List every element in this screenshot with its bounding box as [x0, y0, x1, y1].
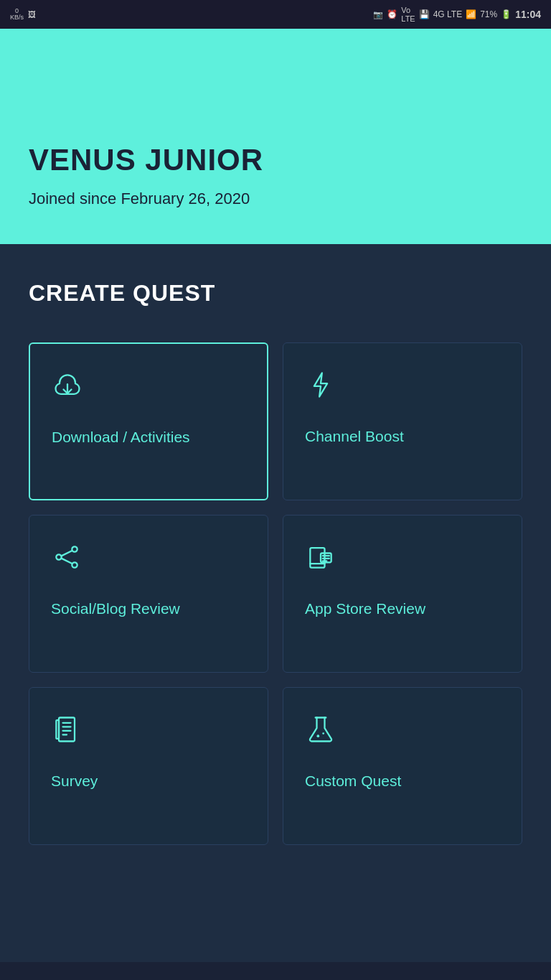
svg-line-6 — [61, 559, 72, 564]
network-type: 4G LTE — [433, 9, 462, 19]
profile-header: VENUS JUNIOR Joined since February 26, 2… — [0, 29, 551, 244]
profile-joined: Joined since February 26, 2020 — [29, 190, 522, 208]
image-icon: 🖼 — [28, 10, 36, 19]
svg-point-21 — [322, 732, 324, 734]
quest-card-social-blog-review[interactable]: Social/Blog Review — [29, 515, 268, 673]
quest-label-social-blog-review: Social/Blog Review — [51, 599, 180, 618]
survey-icon — [51, 714, 83, 750]
quest-grid: Download / Activities Channel Boost — [29, 342, 522, 845]
quest-label-app-store-review: App Store Review — [305, 599, 425, 618]
section-title: CREATE QUEST — [29, 280, 522, 307]
time: 11:04 — [515, 9, 541, 20]
quest-label-channel-boost: Channel Boost — [305, 426, 404, 446]
network-speed: 0 KB/s — [10, 8, 24, 21]
status-bar: 0 KB/s 🖼 📷 ⏰ VoLTE 💾 4G LTE 📶 71% 🔋 11:0… — [0, 0, 551, 29]
svg-point-3 — [56, 554, 61, 559]
quest-card-channel-boost[interactable]: Channel Boost — [283, 342, 522, 500]
cloud-download-icon — [52, 370, 83, 406]
svg-rect-13 — [59, 718, 75, 742]
share-icon — [51, 541, 83, 577]
svg-point-20 — [317, 734, 320, 737]
profile-name: VENUS JUNIOR — [29, 144, 522, 177]
quest-card-custom-quest[interactable]: Custom Quest — [283, 687, 522, 845]
quest-label-custom-quest: Custom Quest — [305, 771, 401, 790]
lightning-icon — [305, 369, 336, 405]
quest-label-survey: Survey — [51, 771, 98, 790]
app-store-icon — [305, 541, 336, 577]
sd-icon: 💾 — [419, 9, 430, 19]
svg-marker-1 — [314, 373, 327, 397]
main-content: CREATE QUEST Download / Activities Chann… — [0, 244, 551, 962]
volte-icon: VoLTE — [401, 6, 415, 23]
status-right: 📷 ⏰ VoLTE 💾 4G LTE 📶 71% 🔋 11:04 — [373, 6, 541, 23]
svg-rect-18 — [56, 720, 59, 739]
quest-card-download-activities[interactable]: Download / Activities — [29, 342, 268, 500]
sim-icon: 📷 — [373, 10, 383, 19]
battery-percent: 71% — [480, 9, 497, 19]
quest-card-survey[interactable]: Survey — [29, 687, 268, 845]
svg-line-5 — [61, 551, 72, 556]
status-left: 0 KB/s 🖼 — [10, 8, 36, 21]
quest-card-app-store-review[interactable]: App Store Review — [283, 515, 522, 673]
battery-icon: 🔋 — [501, 9, 512, 19]
signal-icon: 📶 — [466, 9, 476, 19]
flask-icon — [305, 714, 336, 750]
alarm-icon: ⏰ — [387, 9, 397, 19]
quest-label-download-activities: Download / Activities — [52, 427, 190, 447]
